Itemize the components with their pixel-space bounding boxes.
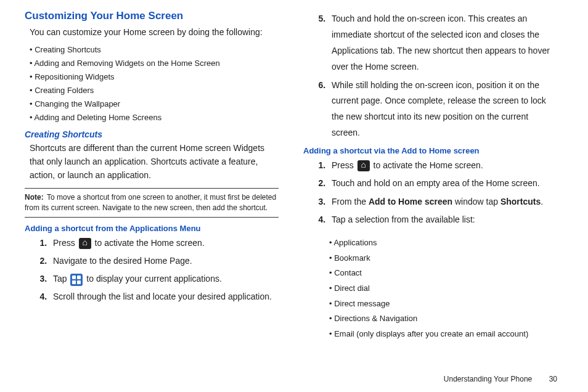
customize-bullet-list: Creating Shortcuts Adding and Removing W… [30,43,279,125]
step-text-mid: window tap [452,197,500,206]
step-text-post: . [541,197,543,206]
list-item: Creating Shortcuts [30,43,279,57]
step-item: Navigate to the desired Home Page. [49,253,279,269]
bold-text: Add to Home screen [369,197,452,206]
page-number: 30 [549,375,557,383]
step-item: Press to activate the Home screen. [328,158,557,173]
note-body: To move a shortcut from one screen to an… [25,193,276,212]
intro-paragraph: You can customize your Home screen by do… [30,26,279,39]
bold-text: Shortcuts [500,197,541,206]
step-item: Press to activate the Home screen. [49,235,279,251]
step-text-pre: Press [53,238,78,248]
note-block: Note: To move a shortcut from one screen… [25,188,279,218]
step-text-post: to activate the Home screen. [371,160,483,170]
step-text-pre: Tap [53,274,69,284]
section-heading-customizing: Customizing Your Home Screen [25,10,279,22]
list-item: Adding and Removing Widgets on the Home … [30,57,279,70]
subheading-creating-shortcuts: Creating Shortcuts [25,129,279,139]
list-item: Directions & Navigation [329,311,557,327]
note-label: Note: [25,193,44,202]
step-item: Touch and hold on an empty area of the H… [328,176,557,191]
step-item: While still holding the on-screen icon, … [328,78,557,142]
step-text-post: to display your current applications. [84,274,221,284]
footer-section-label: Understanding Your Phone [444,375,532,383]
list-item: Direct message [329,296,557,312]
left-column: Customizing Your Home Screen You can cus… [25,9,279,350]
steps-list-via-home: Press to activate the Home screen. Touch… [316,158,557,227]
list-item: Applications [329,235,557,251]
step-item: Touch and hold the on-screen icon. This … [328,11,557,75]
home-icon [357,160,370,171]
apps-grid-icon [70,274,83,286]
list-item: Repositioning Widgets [30,70,279,84]
home-icon [79,238,91,249]
step-item: From the Add to Home screen window tap S… [328,194,557,210]
list-item: Contact [329,266,557,281]
list-item: Bookmark [329,251,557,266]
step-item: Tap to display your current applications… [49,271,279,287]
subsubheading-adding-via-home: Adding a shortcut via the Add to Home sc… [303,146,557,155]
steps-list-from-apps: Press to activate the Home screen. Navig… [37,235,279,305]
list-item: Email (only displays after you create an… [329,327,557,342]
available-shortcuts-list: Applications Bookmark Contact Direct dia… [329,235,557,342]
two-column-layout: Customizing Your Home Screen You can cus… [25,9,557,350]
steps-list-from-apps-continued: Touch and hold the on-screen icon. This … [316,11,557,141]
creating-shortcuts-paragraph: Shortcuts are different than the current… [30,142,279,182]
right-column: Touch and hold the on-screen icon. This … [303,9,557,350]
step-text-pre: From the [332,197,369,206]
step-text-post: to activate the Home screen. [92,238,205,248]
step-item: Tap a selection from the available list: [328,212,557,227]
list-item: Adding and Deleting Home Screens [30,111,279,125]
list-item: Direct dial [329,281,557,296]
subsubheading-adding-from-apps: Adding a shortcut from the Applications … [25,224,279,233]
document-page: Customizing Your Home Screen You can cus… [0,0,588,392]
list-item: Creating Folders [30,84,279,97]
page-footer: Understanding Your Phone 30 [444,375,557,383]
step-text-pre: Press [332,160,356,170]
list-item: Changing the Wallpaper [30,97,279,111]
step-item: Scroll through the list and locate your … [49,289,279,304]
